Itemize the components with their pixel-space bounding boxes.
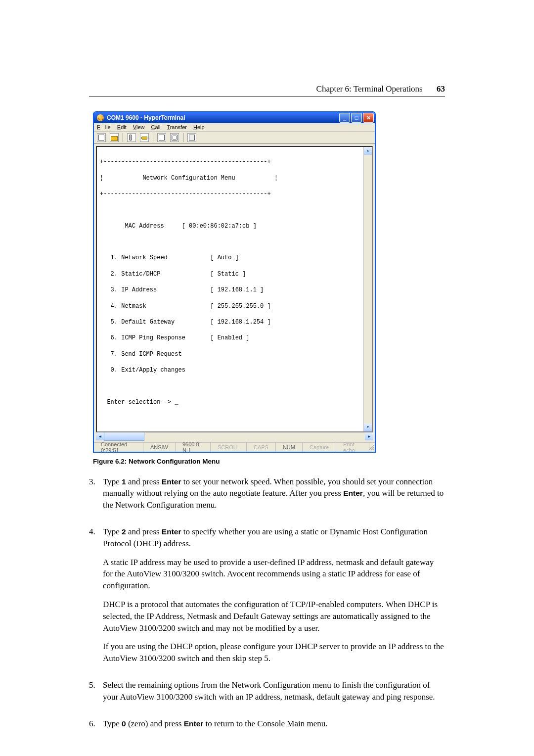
step-number: 4. [89, 526, 103, 671]
close-button[interactable]: ✕ [363, 113, 374, 123]
menu-transfer[interactable]: Transfer [167, 124, 187, 130]
toolbar-separator [183, 133, 183, 142]
option-exit-apply: 0. Exit/Apply changes [100, 366, 369, 374]
key-label: 2 [122, 527, 126, 536]
scroll-left-icon[interactable]: ◂ [96, 432, 104, 440]
step-text: and press [126, 477, 162, 486]
scroll-right-icon[interactable]: ▸ [365, 432, 373, 440]
option-ip-address: 3. IP Address [ 192.168.1.1 ] [100, 286, 369, 294]
key-label: Enter [162, 527, 181, 536]
statusbar: Connected 0:29:51 ANSIW 9600 8-N-1 SCROL… [94, 442, 375, 452]
hyperterminal-window: COM1 9600 - HyperTerminal _ □ ✕ File Edi… [93, 111, 376, 453]
figure-caption: Figure 6.2: Network Configuration Menu [93, 458, 445, 465]
key-label: 0 [122, 719, 126, 728]
term-title: ¦ Network Configuration Menu ¦ [100, 174, 369, 182]
receive-icon[interactable] [170, 133, 179, 142]
titlebar[interactable]: COM1 9600 - HyperTerminal _ □ ✕ [94, 112, 375, 123]
call-icon[interactable] [127, 133, 136, 142]
open-icon[interactable] [110, 133, 119, 142]
key-label: Enter [184, 719, 204, 728]
enter-selection-prompt: Enter selection -> _ [100, 398, 369, 406]
option-netmask: 4. Netmask [ 255.255.255.0 ] [100, 302, 369, 310]
mac-address-line: MAC Address [ 00:e0:86:02:a7:cb ] [100, 222, 369, 230]
menu-call[interactable]: Call [151, 124, 161, 130]
step-number: 3. [89, 476, 103, 518]
status-port: 9600 8-N-1 [176, 443, 211, 452]
status-caps: CAPS [247, 443, 276, 452]
chapter-label: Chapter 6: Terminal Operations [316, 84, 423, 94]
menu-help[interactable]: Help [193, 124, 205, 130]
step-text: (zero) and press [126, 719, 184, 728]
toolbar-separator [153, 133, 153, 142]
step-text: and press [126, 527, 162, 536]
step-text: A static IP address may be used to provi… [103, 557, 445, 592]
term-border: +---------------------------------------… [100, 158, 369, 166]
page-number: 63 [425, 84, 445, 94]
option-icmp-ping-response: 6. ICMP Ping Response [ Enabled ] [100, 334, 369, 342]
blank-line [100, 238, 369, 246]
step-number: 6. [89, 718, 103, 737]
step-text: to return to the Console Main menu. [203, 719, 327, 728]
key-label: 1 [122, 477, 126, 486]
scroll-thumb[interactable] [104, 432, 144, 441]
step-text: If you are using the DHCP option, please… [103, 641, 445, 664]
minimize-button[interactable]: _ [339, 113, 350, 123]
option-default-gateway: 5. Default Gateway [ 192.168.1.254 ] [100, 318, 369, 326]
send-icon[interactable] [157, 133, 166, 142]
step-number: 5. [89, 679, 103, 710]
step-5: 5. Select the remaining options from the… [89, 679, 445, 710]
toolbar-separator [123, 133, 123, 142]
menu-edit[interactable]: Edit [117, 124, 127, 130]
option-send-icmp-request: 7. Send ICMP Request [100, 350, 369, 358]
menu-view[interactable]: View [133, 124, 145, 130]
step-text: DHCP is a protocol that automates the co… [103, 599, 445, 634]
properties-icon[interactable] [187, 133, 196, 142]
key-label: Enter [162, 477, 181, 486]
horizontal-scrollbar[interactable]: ◂ ▸ [96, 432, 373, 440]
menubar: File Edit View Call Transfer Help [94, 123, 375, 132]
menu-file[interactable]: File [97, 124, 111, 130]
status-capture: Capture [303, 443, 336, 452]
step-text: Select the remaining options from the Ne… [103, 679, 445, 703]
status-print-echo: Print echo [336, 443, 369, 452]
option-network-speed: 1. Network Speed [ Auto ] [100, 254, 369, 262]
blank-line [100, 382, 369, 390]
status-num: NUM [276, 443, 303, 452]
step-text: Type [103, 477, 122, 486]
status-emulation: ANSIW [143, 443, 176, 452]
app-icon [97, 114, 104, 121]
disconnect-icon[interactable] [140, 133, 149, 142]
step-text: Type [103, 527, 122, 536]
option-static-dhcp: 2. Static/DHCP [ Static ] [100, 270, 369, 278]
scroll-up-icon[interactable]: ▴ [364, 147, 372, 155]
terminal-output[interactable]: +---------------------------------------… [96, 146, 373, 432]
step-text: Type [103, 719, 122, 728]
status-scroll: SCROLL [211, 443, 247, 452]
vertical-scrollbar[interactable]: ▴ ▾ [363, 147, 372, 431]
window-title: COM1 9600 - HyperTerminal [107, 114, 339, 121]
step-4: 4. Type 2 and press Enter to specify whe… [89, 526, 445, 671]
blank-line [100, 206, 369, 214]
toolbar [94, 132, 375, 144]
resize-grip-icon[interactable] [369, 444, 374, 450]
step-6: 6. Type 0 (zero) and press Enter to retu… [89, 718, 445, 737]
instruction-list: 3. Type 1 and press Enter to set your ne… [89, 476, 445, 737]
step-3: 3. Type 1 and press Enter to set your ne… [89, 476, 445, 518]
scroll-down-icon[interactable]: ▾ [364, 424, 372, 431]
page-header: Chapter 6: Terminal Operations 63 [89, 84, 445, 96]
key-label: Enter [343, 489, 363, 497]
term-border: +---------------------------------------… [100, 190, 369, 198]
maximize-button[interactable]: □ [351, 113, 362, 123]
status-connected: Connected 0:29:51 [94, 443, 143, 452]
new-icon[interactable] [97, 133, 106, 142]
